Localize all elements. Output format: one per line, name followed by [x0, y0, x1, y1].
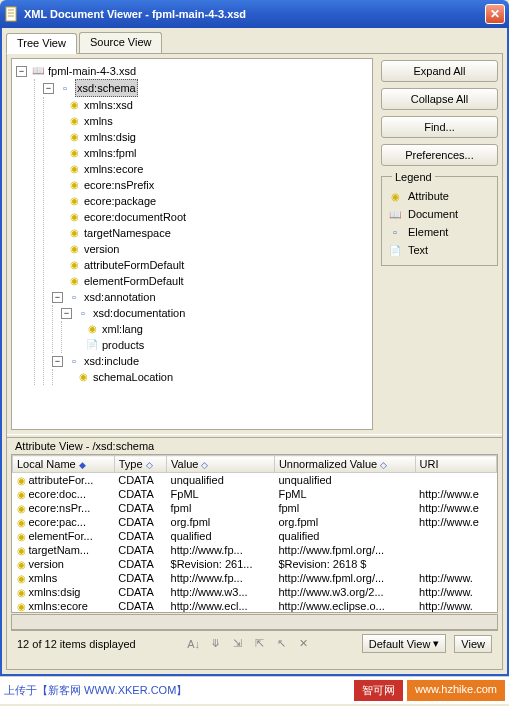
table-row[interactable]: elementFor...CDATAqualifiedqualified	[13, 529, 497, 543]
tree-node-attribute[interactable]: xmlns	[52, 113, 368, 129]
attribute-icon	[67, 114, 81, 128]
page-footer: 上传于【新客网 WWW.XKER.COM】 智可网 www.hzhike.com	[0, 676, 509, 704]
col-local-name[interactable]: Local Name◆	[13, 456, 115, 473]
expander-icon[interactable]: −	[52, 356, 63, 367]
expander-icon[interactable]: −	[61, 308, 72, 319]
col-value[interactable]: Value◇	[167, 456, 275, 473]
tree-node-attribute[interactable]: xmlns:dsig	[52, 129, 368, 145]
col-type[interactable]: Type◇	[114, 456, 166, 473]
cell-type: CDATA	[114, 571, 166, 585]
tree-node-attribute[interactable]: elementFormDefault	[52, 273, 368, 289]
attribute-icon	[67, 258, 81, 272]
tree-node-schemalocation[interactable]: schemaLocation	[61, 369, 368, 385]
tree-node-documentation[interactable]: −xsd:documentation	[61, 305, 368, 321]
table-row[interactable]: targetNam...CDATAhttp://www.fp...http://…	[13, 543, 497, 557]
filter-icon[interactable]: ⤋	[208, 636, 224, 652]
text-icon	[388, 243, 402, 257]
attribute-table[interactable]: Local Name◆ Type◇ Value◇ Unnormalized Va…	[11, 454, 498, 613]
tree-label: ecore:package	[84, 193, 156, 209]
cell-type: CDATA	[114, 557, 166, 571]
tree-node-attribute[interactable]: version	[52, 241, 368, 257]
tree-node-schema[interactable]: − xsd:schema	[43, 79, 368, 97]
attribute-icon	[17, 488, 26, 500]
table-row[interactable]: xmlns:dsigCDATAhttp://www.w3...http://ww…	[13, 585, 497, 599]
tree-node-xmllang[interactable]: xml:lang	[70, 321, 368, 337]
cell-unnorm: $Revision: 2618 $	[274, 557, 415, 571]
tree-node-attribute[interactable]: xmlns:fpml	[52, 145, 368, 161]
cell-name: xmlns:ecore	[29, 600, 88, 612]
expand-all-button[interactable]: Expand All	[381, 60, 498, 82]
tree-node-attribute[interactable]: ecore:nsPrefix	[52, 177, 368, 193]
sort-asc-icon[interactable]: A↓	[186, 636, 202, 652]
table-row[interactable]: ecore:doc...CDATAFpMLFpMLhttp://www.e	[13, 487, 497, 501]
cell-name: xmlns:dsig	[29, 586, 81, 598]
tree-node-include[interactable]: −xsd:include	[52, 353, 368, 369]
tab-source-view[interactable]: Source View	[79, 32, 163, 53]
table-row[interactable]: ecore:nsPr...CDATAfpmlfpmlhttp://www.e	[13, 501, 497, 515]
table-row[interactable]: attributeFor...CDATAunqualifiedunqualifi…	[13, 473, 497, 488]
tree-node-attribute[interactable]: attributeFormDefault	[52, 257, 368, 273]
sort-icon[interactable]: ◆	[79, 460, 86, 470]
sort-icon[interactable]: ◇	[146, 460, 153, 470]
tree-node-attribute[interactable]: ecore:documentRoot	[52, 209, 368, 225]
sort-icon[interactable]: ◇	[380, 460, 387, 470]
expander-icon[interactable]: −	[43, 83, 54, 94]
table-row[interactable]: versionCDATA$Revision: 261...$Revision: …	[13, 557, 497, 571]
tree-label: fpml-main-4-3.xsd	[48, 63, 136, 79]
expand-icon[interactable]: ⇱	[252, 636, 268, 652]
table-row[interactable]: ecore:pac...CDATAorg.fpmlorg.fpmlhttp://…	[13, 515, 497, 529]
expander-icon[interactable]: −	[52, 292, 63, 303]
item-count: 12 of 12 items displayed	[17, 638, 136, 650]
pointer-icon[interactable]: ↖	[274, 636, 290, 652]
tree-node-attribute[interactable]: ecore:package	[52, 193, 368, 209]
tree-node-products[interactable]: products	[70, 337, 368, 353]
site-badge[interactable]: 智可网	[354, 680, 403, 701]
window-title: XML Document Viewer - fpml-main-4-3.xsd	[24, 8, 485, 20]
attribute-icon	[85, 322, 99, 336]
cell-value: fpml	[167, 501, 275, 515]
tree-node-attribute[interactable]: xmlns:ecore	[52, 161, 368, 177]
default-view-button[interactable]: Default View ▾	[362, 634, 447, 653]
chevron-down-icon: ▾	[433, 637, 439, 650]
preferences-button[interactable]: Preferences...	[381, 144, 498, 166]
cell-value: http://www.ecl...	[167, 599, 275, 613]
collapse-all-button[interactable]: Collapse All	[381, 88, 498, 110]
view-button[interactable]: View	[454, 635, 492, 653]
cell-unnorm: http://www.eclipse.o...	[274, 599, 415, 613]
collapse-icon[interactable]: ⇲	[230, 636, 246, 652]
tree-node-annotation[interactable]: −xsd:annotation	[52, 289, 368, 305]
cell-value: unqualified	[167, 473, 275, 488]
attribute-icon	[17, 502, 26, 514]
find-button[interactable]: Find...	[381, 116, 498, 138]
col-unnorm[interactable]: Unnormalized Value◇	[274, 456, 415, 473]
attribute-icon	[67, 210, 81, 224]
tree-node-root[interactable]: − fpml-main-4-3.xsd	[16, 63, 368, 79]
table-row[interactable]: xmlnsCDATAhttp://www.fp...http://www.fpm…	[13, 571, 497, 585]
cell-uri: http://www.e	[415, 501, 496, 515]
cell-uri	[415, 557, 496, 571]
cell-name: ecore:pac...	[29, 516, 86, 528]
tree-node-attribute[interactable]: xmlns:xsd	[52, 97, 368, 113]
attribute-view-pane: Attribute View - /xsd:schema Local Name◆…	[11, 438, 498, 656]
attribute-icon	[17, 572, 26, 584]
col-uri[interactable]: URI	[415, 456, 496, 473]
cell-unnorm: http://www.w3.org/2...	[274, 585, 415, 599]
sort-icon[interactable]: ◇	[201, 460, 208, 470]
tree-label: xmlns:fpml	[84, 145, 137, 161]
tree-label: xsd:documentation	[93, 305, 185, 321]
tab-tree-view[interactable]: Tree View	[6, 33, 77, 54]
legend-label: Attribute	[408, 190, 449, 202]
element-icon	[67, 354, 81, 368]
tree-view[interactable]: − fpml-main-4-3.xsd − xsd:schema xmlns:x…	[11, 58, 373, 430]
close-panel-icon[interactable]: ✕	[296, 636, 312, 652]
expander-icon[interactable]: −	[16, 66, 27, 77]
element-icon	[67, 290, 81, 304]
table-row[interactable]: xmlns:ecoreCDATAhttp://www.ecl...http://…	[13, 599, 497, 613]
site-url-badge[interactable]: www.hzhike.com	[407, 680, 505, 701]
cell-name: version	[29, 558, 64, 570]
text-icon	[85, 338, 99, 352]
tree-node-attribute[interactable]: targetNamespace	[52, 225, 368, 241]
horizontal-scrollbar[interactable]	[11, 614, 498, 630]
close-button[interactable]: ✕	[485, 4, 505, 24]
legend-title: Legend	[392, 171, 435, 183]
